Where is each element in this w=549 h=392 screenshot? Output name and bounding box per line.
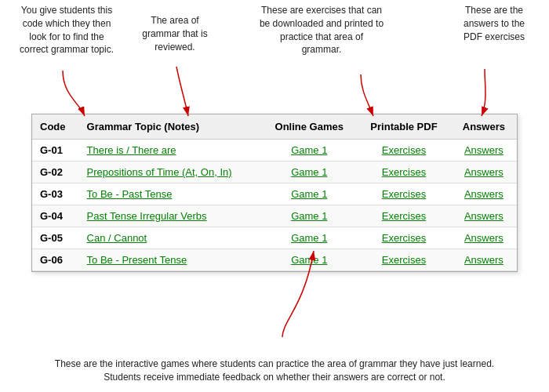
cell-answers[interactable]: Answers	[451, 183, 517, 205]
col-header-games: Online Games	[261, 114, 357, 140]
table-row: G-03 To Be - Past Tense Game 1 Exercises…	[32, 183, 517, 205]
cell-games[interactable]: Game 1	[261, 205, 357, 227]
cell-games[interactable]: Game 1	[261, 140, 357, 162]
cell-code: G-05	[32, 227, 79, 249]
grammar-table-wrapper: Code Grammar Topic (Notes) Online Games …	[31, 114, 518, 272]
arrow-answers	[482, 69, 485, 116]
arrow-code	[63, 71, 85, 116]
cell-answers[interactable]: Answers	[451, 162, 517, 183]
col-header-code: Code	[32, 114, 79, 140]
cell-pdf[interactable]: Exercises	[357, 249, 450, 271]
cell-answers[interactable]: Answers	[451, 140, 517, 162]
cell-answers[interactable]: Answers	[451, 227, 517, 249]
cell-games[interactable]: Game 1	[261, 227, 357, 249]
annotation-top-right: These are the answers to the PDF exercis…	[455, 4, 533, 43]
cell-answers[interactable]: Answers	[451, 205, 517, 227]
cell-topic[interactable]: To Be - Past Tense	[79, 183, 262, 205]
cell-code: G-03	[32, 183, 79, 205]
table-row: G-05 Can / Cannot Game 1 Exercises Answe…	[32, 227, 517, 249]
col-header-topic: Grammar Topic (Notes)	[79, 114, 262, 140]
cell-pdf[interactable]: Exercises	[357, 140, 450, 162]
annotation-top-mid1: The area of grammar that is reviewed.	[132, 14, 218, 53]
cell-games[interactable]: Game 1	[261, 249, 357, 271]
annotation-bottom: These are the interactive games where st…	[39, 358, 510, 384]
cell-topic[interactable]: Can / Cannot	[79, 227, 262, 249]
cell-pdf[interactable]: Exercises	[357, 183, 450, 205]
cell-games[interactable]: Game 1	[261, 162, 357, 183]
table-row: G-04 Past Tense Irregular Verbs Game 1 E…	[32, 205, 517, 227]
arrow-pdf	[361, 74, 373, 116]
cell-pdf[interactable]: Exercises	[357, 162, 450, 183]
grammar-table: Code Grammar Topic (Notes) Online Games …	[32, 114, 517, 271]
cell-topic[interactable]: Past Tense Irregular Verbs	[79, 205, 262, 227]
cell-games[interactable]: Game 1	[261, 183, 357, 205]
table-row: G-06 To Be - Present Tense Game 1 Exerci…	[32, 249, 517, 271]
cell-topic[interactable]: There is / There are	[79, 140, 262, 162]
cell-topic[interactable]: To Be - Present Tense	[79, 249, 262, 271]
cell-code: G-06	[32, 249, 79, 271]
cell-code: G-04	[32, 205, 79, 227]
cell-pdf[interactable]: Exercises	[357, 205, 450, 227]
col-header-answers: Answers	[451, 114, 517, 140]
cell-topic[interactable]: Prepositions of Time (At, On, In)	[79, 162, 262, 183]
cell-pdf[interactable]: Exercises	[357, 227, 450, 249]
cell-answers[interactable]: Answers	[451, 249, 517, 271]
table-row: G-01 There is / There are Game 1 Exercis…	[32, 140, 517, 162]
cell-code: G-02	[32, 162, 79, 183]
table-row: G-02 Prepositions of Time (At, On, In) G…	[32, 162, 517, 183]
annotation-top-mid2: These are exercises that can be download…	[259, 4, 384, 56]
col-header-pdf: Printable PDF	[357, 114, 450, 140]
arrow-topic	[176, 67, 188, 116]
cell-code: G-01	[32, 140, 79, 162]
annotation-top-left: You give students this code which they t…	[16, 4, 118, 56]
